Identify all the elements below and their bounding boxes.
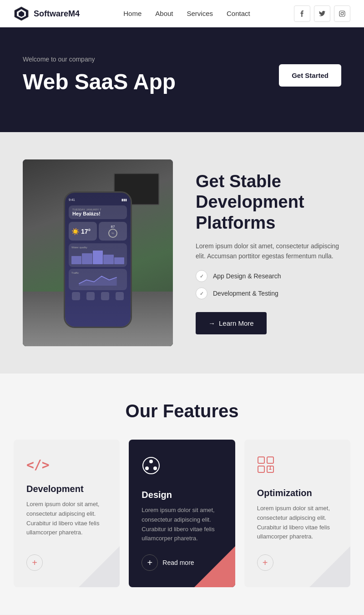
design-plus-button[interactable]: +: [142, 554, 158, 571]
social-links: [294, 5, 350, 22]
check-icon-2: ✓: [196, 287, 207, 299]
nav-link-about[interactable]: About: [155, 10, 173, 17]
design-title: Design: [142, 490, 222, 500]
instagram-button[interactable]: [334, 5, 350, 22]
development-description: Lorem ipsum dolor sit amet, consectetur …: [26, 500, 107, 543]
check-icon-1: ✓: [196, 270, 207, 282]
design-description: Lorem ipsum dolor sit amet, consectetur …: [142, 506, 222, 543]
hero-title: Web SaaS App: [23, 69, 176, 94]
learn-more-button[interactable]: → Learn More: [196, 312, 267, 334]
svg-point-4: [341, 12, 344, 15]
svg-rect-12: [258, 466, 264, 472]
nav-item-services[interactable]: Services: [187, 10, 213, 18]
phone-mockup: 9:41 ▮▮▮ TUESDAY, JANUARY 7 Hey Balázs! …: [23, 159, 173, 346]
design-icon: [142, 456, 222, 479]
facebook-button[interactable]: [294, 5, 310, 22]
svg-point-9: [145, 466, 149, 470]
optimization-description: Lorem ipsum dolor sit amet, consectetur …: [257, 504, 338, 543]
design-read-more-label: Read more: [162, 559, 194, 566]
optimization-title: Optimization: [257, 488, 338, 498]
feature-checklist: ✓ App Design & Research ✓ Development & …: [196, 270, 341, 299]
feature-section: 9:41 ▮▮▮ TUESDAY, JANUARY 7 Hey Balázs! …: [0, 132, 364, 374]
navbar: SoftwareM4 Home About Services Contact: [0, 0, 364, 27]
features-section-title: Our Features: [14, 401, 350, 421]
svg-point-7: [149, 460, 153, 463]
nav-link-contact[interactable]: Contact: [227, 10, 250, 17]
optimization-plus-button[interactable]: +: [257, 554, 273, 571]
nav-item-about[interactable]: About: [155, 10, 173, 18]
feature-card-development: </> Development Lorem ipsum dolor sit am…: [14, 440, 120, 587]
development-icon: </>: [26, 456, 107, 473]
feature-heading: Get Stable Development Platforms: [196, 171, 341, 234]
phone-device: 9:41 ▮▮▮ TUESDAY, JANUARY 7 Hey Balázs! …: [64, 191, 132, 328]
svg-point-5: [344, 12, 344, 12]
twitter-button[interactable]: [314, 5, 330, 22]
svg-rect-11: [267, 457, 273, 463]
hero-section: Welcome to our company Web SaaS App Get …: [0, 27, 364, 132]
nav-menu: Home About Services Contact: [123, 10, 250, 18]
features-grid: </> Development Lorem ipsum dolor sit am…: [14, 440, 350, 587]
checklist-item-1: ✓ App Design & Research: [196, 270, 341, 282]
development-title: Development: [26, 484, 107, 494]
svg-point-8: [153, 466, 157, 470]
our-features-section: Our Features </> Development Lorem ipsum…: [0, 374, 364, 615]
nav-item-contact[interactable]: Contact: [227, 10, 250, 18]
svg-rect-3: [339, 11, 345, 16]
feature-card-optimization: Optimization Lorem ipsum dolor sit amet,…: [244, 440, 350, 587]
checklist-item-2: ✓ Development & Testing: [196, 287, 341, 299]
facebook-icon: [299, 10, 305, 17]
brand-icon: [14, 6, 29, 21]
nav-item-home[interactable]: Home: [123, 10, 142, 18]
development-plus-button[interactable]: +: [26, 554, 43, 571]
feature-phone-image: 9:41 ▮▮▮ TUESDAY, JANUARY 7 Hey Balázs! …: [23, 159, 173, 346]
get-started-button[interactable]: Get Started: [279, 64, 341, 87]
brand-name: SoftwareM4: [34, 9, 80, 19]
svg-rect-10: [258, 457, 264, 463]
optimization-icon: [257, 456, 338, 477]
feature-description: Lorem ipsum dolor sit amet, consectetur …: [196, 241, 341, 261]
hero-text: Welcome to our company Web SaaS App: [23, 56, 176, 94]
arrow-right-icon: →: [208, 319, 215, 327]
instagram-icon: [339, 10, 345, 17]
hero-subtitle: Welcome to our company: [23, 56, 176, 63]
nav-link-services[interactable]: Services: [187, 10, 213, 17]
nav-link-home[interactable]: Home: [123, 10, 142, 17]
feature-content: Get Stable Development Platforms Lorem i…: [196, 171, 341, 335]
twitter-icon: [319, 10, 325, 17]
feature-card-design: Design Lorem ipsum dolor sit amet, conse…: [129, 440, 235, 587]
brand-logo[interactable]: SoftwareM4: [14, 6, 80, 21]
